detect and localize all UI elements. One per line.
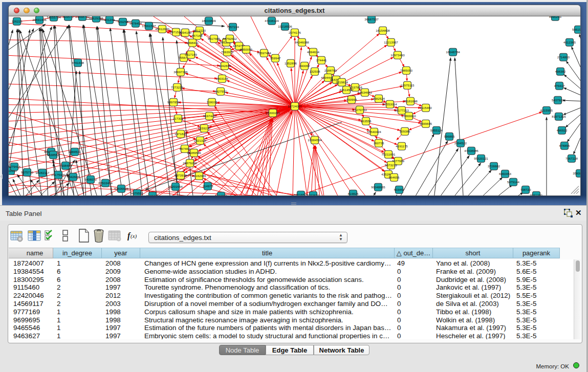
svg-text:16648784: 16648784 [446, 50, 460, 53]
svg-text:70597444: 70597444 [257, 51, 271, 54]
svg-text:2803144: 2803144 [216, 76, 229, 80]
svg-text:678856: 678856 [559, 143, 570, 147]
svg-text:19289546: 19289546 [187, 150, 201, 154]
svg-text:25300203: 25300203 [266, 111, 280, 114]
svg-text:8090293: 8090293 [549, 16, 562, 18]
svg-text:4679591: 4679591 [131, 191, 144, 194]
svg-text:4684531: 4684531 [69, 149, 81, 153]
svg-text:4694634: 4694634 [307, 50, 320, 53]
svg-text:738720: 738720 [520, 187, 531, 191]
svg-text:9242848: 9242848 [219, 63, 231, 67]
svg-text:19218506: 19218506 [278, 24, 292, 28]
svg-text:81971316: 81971316 [552, 114, 566, 118]
svg-text:476417: 476417 [554, 83, 565, 87]
svg-text:126225: 126225 [12, 19, 23, 23]
svg-text:19384554: 19384554 [308, 138, 322, 141]
svg-text:5673212: 5673212 [385, 163, 398, 166]
svg-text:809570: 809570 [63, 16, 74, 18]
svg-text:6960453: 6960453 [499, 171, 512, 175]
svg-text:8294150: 8294150 [179, 30, 192, 34]
svg-text:66792612: 66792612 [223, 36, 237, 40]
svg-text:728038: 728038 [207, 100, 217, 103]
svg-text:67503414: 67503414 [98, 181, 113, 184]
svg-text:12213967: 12213967 [384, 40, 398, 43]
svg-text:57553014: 57553014 [383, 102, 397, 105]
svg-text:9897858: 9897858 [167, 100, 180, 103]
svg-text:2694522: 2694522 [454, 141, 467, 144]
svg-text:17869910: 17869910 [402, 114, 416, 117]
svg-text:329258: 329258 [118, 19, 128, 23]
svg-text:1538552: 1538552 [47, 152, 60, 156]
svg-text:5479144: 5479144 [507, 180, 520, 183]
svg-text:498382: 498382 [555, 69, 566, 73]
svg-text:7357224: 7357224 [227, 25, 239, 28]
svg-text:5437923: 5437923 [552, 98, 564, 101]
svg-text:2188789: 2188789 [324, 68, 337, 72]
svg-text:9478454: 9478454 [129, 21, 142, 25]
svg-text:18724007: 18724007 [288, 104, 302, 107]
svg-text:47338124: 47338124 [265, 18, 279, 22]
svg-text:70211891: 70211891 [381, 152, 396, 156]
svg-text:35808537: 35808537 [573, 171, 580, 174]
svg-text:21668732: 21668732 [75, 16, 90, 18]
svg-text:9375710: 9375710 [21, 170, 34, 173]
svg-text:9398441: 9398441 [186, 40, 199, 44]
svg-text:66629388: 66629388 [89, 16, 103, 20]
svg-text:9961380: 9961380 [530, 193, 543, 195]
svg-text:132938: 132938 [310, 69, 320, 73]
svg-text:55540424: 55540424 [367, 129, 381, 133]
svg-text:84346088: 84346088 [295, 40, 309, 43]
svg-text:359947: 359947 [270, 56, 281, 59]
svg-text:75181648: 75181648 [403, 99, 418, 102]
svg-text:16154808: 16154808 [376, 28, 390, 32]
svg-text:5408072: 5408072 [84, 177, 97, 181]
svg-text:13561597: 13561597 [142, 24, 156, 27]
svg-text:564656: 564656 [389, 175, 400, 179]
svg-text:3741438: 3741438 [72, 60, 84, 64]
svg-text:12975115: 12975115 [400, 83, 415, 86]
svg-text:29175900: 29175900 [51, 172, 66, 176]
svg-text:9548432: 9548432 [146, 193, 159, 195]
svg-text:64634663: 64634663 [358, 90, 372, 94]
svg-text:1971823: 1971823 [175, 132, 187, 135]
svg-text:14055724: 14055724 [47, 16, 61, 19]
svg-text:3728882: 3728882 [488, 164, 500, 167]
svg-text:90048665: 90048665 [371, 185, 385, 188]
svg-text:2321324: 2321324 [194, 138, 207, 142]
svg-text:63606628: 63606628 [114, 186, 128, 190]
svg-text:22201654: 22201654 [168, 184, 183, 188]
svg-text:174441: 174441 [316, 58, 327, 61]
svg-text:2582524: 2582524 [373, 96, 385, 100]
svg-text:47308985: 47308985 [464, 148, 478, 152]
svg-text:16033809: 16033809 [202, 18, 216, 22]
svg-text:7273233: 7273233 [171, 85, 184, 89]
svg-text:503457: 503457 [394, 187, 405, 191]
svg-text:8427552: 8427552 [214, 89, 227, 93]
svg-text:95320121: 95320121 [474, 156, 488, 160]
svg-text:2074176: 2074176 [289, 30, 301, 34]
svg-text:7067228: 7067228 [565, 156, 578, 160]
svg-text:36697396: 36697396 [173, 70, 188, 73]
svg-text:3219824: 3219824 [336, 80, 349, 83]
svg-text:2714803: 2714803 [557, 55, 570, 58]
svg-text:5661907: 5661907 [572, 27, 580, 31]
svg-text:4191175: 4191175 [396, 144, 408, 147]
svg-text:1938483: 1938483 [59, 163, 72, 167]
svg-text:790993: 790993 [346, 97, 357, 101]
svg-text:42614537: 42614537 [339, 87, 354, 91]
svg-text:9699695: 9699695 [420, 121, 432, 125]
svg-text:509386: 509386 [400, 129, 410, 133]
svg-text:360735: 360735 [374, 141, 384, 144]
svg-text:3342608: 3342608 [67, 174, 80, 178]
svg-text:5855124: 5855124 [430, 128, 443, 132]
svg-text:96282117: 96282117 [35, 170, 50, 174]
svg-text:131244: 131244 [104, 17, 115, 21]
svg-text:81016525: 81016525 [294, 192, 308, 195]
svg-text:(x): (x) [130, 233, 137, 239]
svg-text:36687537: 36687537 [364, 17, 379, 20]
svg-text:45812670: 45812670 [155, 27, 169, 30]
svg-text:3684052: 3684052 [215, 193, 228, 195]
svg-text:8350099: 8350099 [240, 47, 253, 51]
svg-text:9517485: 9517485 [208, 36, 221, 40]
svg-text:9197443: 9197443 [203, 114, 216, 117]
